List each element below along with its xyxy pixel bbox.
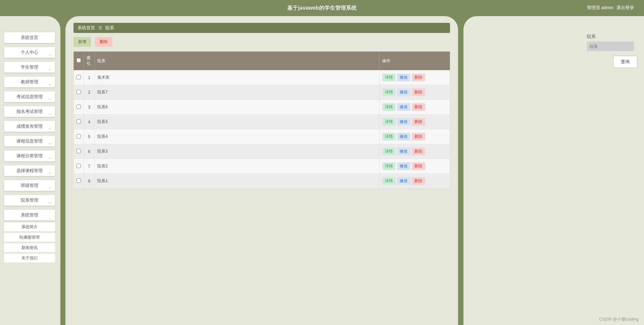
edit-button[interactable]: 修改 bbox=[397, 74, 410, 81]
query-button[interactable]: 查询 bbox=[613, 56, 637, 68]
chevron-down-icon: ﹀ bbox=[48, 94, 52, 105]
add-button[interactable]: 新增 bbox=[73, 37, 91, 47]
sidebar-item-5[interactable]: 报名考试管理﹀ bbox=[4, 106, 55, 117]
row-checkbox[interactable] bbox=[77, 75, 81, 79]
detail-button[interactable]: 详情 bbox=[382, 118, 396, 126]
sidebar-item-2[interactable]: 学生管理﹀ bbox=[4, 62, 55, 73]
row-checkbox[interactable] bbox=[77, 134, 81, 138]
bg-panel-center: 系统首页 ☰ 院系 新增 删除 索引. 院系 操作 1美术系详情修改删除2院系7… bbox=[65, 16, 458, 325]
edit-button[interactable]: 修改 bbox=[397, 162, 410, 170]
row-name: 美术系 bbox=[95, 70, 380, 85]
filter-label: 院系 bbox=[587, 34, 637, 40]
row-ops: 详情修改删除 bbox=[380, 85, 450, 100]
row-checkbox[interactable] bbox=[77, 90, 81, 94]
sidebar-subitem-2[interactable]: 新闻资讯 bbox=[4, 243, 55, 252]
table-row: 3院系6详情修改删除 bbox=[74, 100, 450, 115]
chevron-down-icon: ﹀ bbox=[48, 65, 52, 76]
row-index: 2 bbox=[84, 85, 95, 100]
table-row: 1美术系详情修改删除 bbox=[74, 70, 450, 85]
filter-input[interactable] bbox=[587, 42, 634, 51]
row-delete-button[interactable]: 删除 bbox=[412, 177, 425, 185]
sidebar: 系统首页个人中心﹀学生管理﹀教师管理﹀考试信息管理﹀报名考试管理﹀成绩发布管理﹀… bbox=[4, 32, 55, 266]
detail-button[interactable]: 详情 bbox=[382, 133, 396, 140]
detail-button[interactable]: 详情 bbox=[382, 162, 396, 170]
detail-button[interactable]: 详情 bbox=[382, 74, 396, 81]
row-ops: 详情修改删除 bbox=[380, 100, 450, 115]
detail-button[interactable]: 详情 bbox=[382, 148, 396, 155]
sidebar-subitem-0[interactable]: 系统简介 bbox=[4, 222, 55, 231]
row-delete-button[interactable]: 删除 bbox=[412, 103, 425, 111]
row-checkbox[interactable] bbox=[77, 178, 81, 183]
sidebar-subitem-3[interactable]: 关于我们 bbox=[4, 254, 55, 262]
detail-button[interactable]: 详情 bbox=[382, 103, 396, 111]
breadcrumb-sep-icon: ☰ bbox=[98, 25, 102, 30]
row-ops: 详情修改删除 bbox=[380, 159, 450, 174]
sidebar-item-11[interactable]: 院系管理﹀ bbox=[4, 195, 55, 206]
row-delete-button[interactable]: 删除 bbox=[412, 74, 425, 81]
row-name: 院系6 bbox=[95, 100, 380, 115]
sidebar-subitem-1[interactable]: 轮播图管理 bbox=[4, 233, 55, 242]
chevron-down-icon: ︿ bbox=[48, 213, 52, 224]
row-index: 6 bbox=[84, 144, 95, 159]
sidebar-item-0[interactable]: 系统首页 bbox=[4, 32, 55, 43]
row-delete-button[interactable]: 删除 bbox=[412, 118, 425, 126]
sidebar-item-7[interactable]: 课程信息管理﹀ bbox=[4, 136, 55, 147]
app-title: 基于javaweb的学生管理系统 bbox=[287, 5, 356, 12]
edit-button[interactable]: 修改 bbox=[397, 148, 410, 155]
sidebar-item-6[interactable]: 成绩发布管理﹀ bbox=[4, 121, 55, 132]
sidebar-item-4[interactable]: 考试信息管理﹀ bbox=[4, 91, 55, 102]
row-ops: 详情修改删除 bbox=[380, 174, 450, 189]
row-index: 5 bbox=[84, 129, 95, 144]
chevron-down-icon: ﹀ bbox=[48, 183, 52, 194]
row-delete-button[interactable]: 删除 bbox=[412, 162, 425, 170]
chevron-down-icon: ﹀ bbox=[48, 80, 52, 90]
row-checkbox[interactable] bbox=[77, 164, 81, 168]
edit-button[interactable]: 修改 bbox=[397, 88, 410, 96]
row-name: 院系4 bbox=[95, 129, 380, 144]
logout-link[interactable]: 退出登录 bbox=[616, 5, 634, 10]
row-name: 院系1 bbox=[95, 174, 380, 189]
admin-label[interactable]: 管理员 admin bbox=[587, 5, 613, 10]
sidebar-item-1[interactable]: 个人中心﹀ bbox=[4, 47, 55, 58]
detail-button[interactable]: 详情 bbox=[382, 88, 396, 96]
edit-button[interactable]: 修改 bbox=[397, 103, 410, 111]
select-all-checkbox[interactable] bbox=[77, 58, 81, 63]
row-checkbox[interactable] bbox=[77, 149, 81, 153]
row-index: 1 bbox=[84, 70, 95, 85]
edit-button[interactable]: 修改 bbox=[397, 177, 410, 185]
sidebar-item-10[interactable]: 班级管理﹀ bbox=[4, 180, 55, 191]
detail-button[interactable]: 详情 bbox=[382, 177, 396, 185]
toolbar: 新增 删除 bbox=[73, 37, 450, 47]
breadcrumb: 系统首页 ☰ 院系 bbox=[73, 23, 450, 33]
table-row: 5院系4详情修改删除 bbox=[74, 129, 450, 144]
row-index: 4 bbox=[84, 115, 95, 129]
table-row: 2院系7详情修改删除 bbox=[74, 85, 450, 100]
row-checkbox[interactable] bbox=[77, 105, 81, 109]
edit-button[interactable]: 修改 bbox=[397, 133, 410, 140]
table-row: 4院系5详情修改删除 bbox=[74, 115, 450, 129]
row-checkbox[interactable] bbox=[77, 119, 81, 124]
chevron-down-icon: ﹀ bbox=[48, 109, 52, 120]
delete-button[interactable]: 删除 bbox=[95, 37, 112, 47]
breadcrumb-home[interactable]: 系统首页 bbox=[78, 25, 95, 30]
breadcrumb-current: 院系 bbox=[105, 25, 114, 30]
filter-panel: 院系 查询 bbox=[587, 34, 637, 68]
col-ops: 操作 bbox=[380, 52, 450, 70]
col-name: 院系 bbox=[95, 52, 380, 70]
row-delete-button[interactable]: 删除 bbox=[412, 88, 425, 96]
row-index: 8 bbox=[84, 174, 95, 189]
chevron-down-icon: ﹀ bbox=[48, 50, 52, 61]
sidebar-item-3[interactable]: 教师管理﹀ bbox=[4, 77, 55, 87]
watermark: CSDN @小蔡coding bbox=[599, 316, 639, 322]
sidebar-item-9[interactable]: 选择课程管理﹀ bbox=[4, 165, 55, 176]
row-ops: 详情修改删除 bbox=[380, 129, 450, 144]
row-name: 院系7 bbox=[95, 85, 380, 100]
sidebar-item-12[interactable]: 系统管理︿ bbox=[4, 210, 55, 220]
row-delete-button[interactable]: 删除 bbox=[412, 148, 425, 155]
chevron-down-icon: ﹀ bbox=[48, 124, 52, 135]
edit-button[interactable]: 修改 bbox=[397, 118, 410, 126]
row-ops: 详情修改删除 bbox=[380, 144, 450, 159]
sidebar-item-8[interactable]: 课程分类管理﹀ bbox=[4, 151, 55, 161]
row-ops: 详情修改删除 bbox=[380, 115, 450, 129]
row-delete-button[interactable]: 删除 bbox=[412, 133, 425, 140]
